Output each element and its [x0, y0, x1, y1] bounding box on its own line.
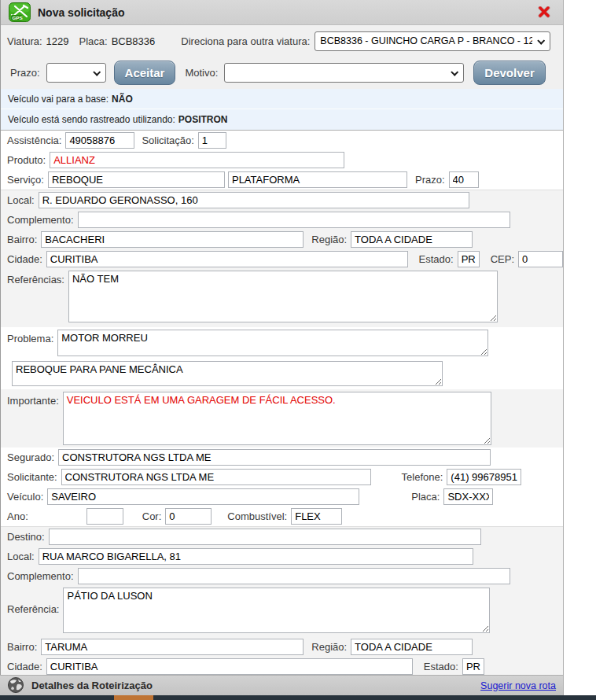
destino-complemento-row: Complemento: — [1, 566, 563, 586]
destino-regiao-field[interactable] — [351, 639, 473, 655]
local-row: Local: — [1, 190, 563, 210]
solicitacao-label: Solicitação: — [142, 134, 193, 146]
motivo-select[interactable] — [224, 63, 464, 83]
close-icon[interactable] — [538, 6, 550, 18]
destino-bairro-label: Bairro: — [7, 641, 37, 653]
servico-tipo-field[interactable] — [228, 171, 407, 188]
destino-bairro-field[interactable] — [41, 639, 304, 655]
cep-label: CEP: — [491, 253, 514, 265]
cor-label: Cor: — [142, 510, 162, 522]
produto-label: Produto: — [7, 154, 46, 166]
prazo-label: Prazo: — [415, 174, 445, 186]
title-bar: GPS Nova solicitação — [1, 0, 563, 25]
destino-estado-field[interactable] — [462, 658, 484, 675]
ano-cor-combustivel-row: Ano: Cor: Combustível: — [1, 507, 563, 526]
ano-label: Ano: — [7, 510, 28, 522]
viatura-label: Viatura: — [7, 35, 42, 47]
solicitacao-field[interactable] — [198, 132, 226, 149]
cidade-field[interactable] — [46, 251, 408, 267]
ano-field[interactable] — [86, 508, 123, 525]
tracking-status-label: Veículo está sendo rastreado utilizando: — [8, 114, 175, 125]
estado-field[interactable] — [458, 251, 480, 267]
devolver-button[interactable]: Devolver — [473, 61, 545, 85]
destination-section: Destino: Local: Complemento: Referência:… — [1, 526, 563, 675]
local-field[interactable] — [39, 192, 469, 208]
destino-referencia-field[interactable] — [63, 588, 490, 633]
destino-cidade-label: Cidade: — [7, 661, 42, 672]
referencias-row: Referências: — [1, 269, 563, 327]
veiculo-label: Veículo: — [7, 491, 43, 503]
estado-label: Estado: — [419, 253, 454, 265]
direciona-label: Direciona para outra viatura: — [181, 35, 310, 47]
complemento-field[interactable] — [78, 212, 510, 228]
segurado-label: Segurado: — [7, 451, 54, 463]
sugerir-nova-rota-link[interactable]: Sugerir nova rota — [480, 680, 556, 691]
destino-local-label: Local: — [7, 551, 35, 562]
regiao-label: Região: — [311, 234, 347, 245]
placa-veiculo-field[interactable] — [443, 488, 493, 505]
prazo-field[interactable] — [449, 171, 479, 188]
direciona-select[interactable]: BCB8336 - GUINCHO CARGA P - BRANCO - 122… — [315, 31, 550, 51]
segurado-field[interactable] — [58, 449, 491, 466]
placa-value: BCB8336 — [112, 35, 156, 47]
chevron-down-icon — [93, 68, 101, 76]
prazo-select[interactable] — [46, 63, 106, 83]
telefone-label: Telefone: — [402, 471, 443, 483]
problema2-row — [1, 359, 563, 389]
motivo-label: Motivo: — [185, 67, 218, 79]
destino-referencia-row: Referência: — [1, 586, 563, 637]
destino-cidade-field[interactable] — [46, 658, 413, 675]
destino-complemento-label: Complemento: — [7, 570, 74, 582]
destino-label: Destino: — [7, 531, 45, 543]
cep-field[interactable] — [518, 251, 563, 267]
importante-field[interactable] — [63, 392, 491, 445]
svg-text:GPS: GPS — [13, 15, 23, 20]
destino-estado-label: Estado: — [424, 661, 458, 672]
destino-local-row: Local: — [1, 547, 563, 566]
servico-field[interactable] — [48, 171, 225, 188]
assistencia-label: Assistência: — [7, 134, 61, 146]
assistencia-field[interactable] — [65, 132, 134, 149]
aceitar-button[interactable]: Aceitar — [114, 61, 176, 85]
request-form: Assistência: Solicitação: Produto: Servi… — [1, 131, 563, 675]
prazo-header-label: Prazo: — [10, 67, 40, 79]
action-row: Prazo: Aceitar Motivo: Devolver — [1, 57, 563, 89]
servico-label: Serviço: — [7, 174, 44, 186]
bairro-field[interactable] — [41, 231, 304, 248]
placa-veiculo-label: Placa: — [411, 491, 440, 503]
bottom-strip-orange-segment — [114, 695, 153, 700]
destino-complemento-field[interactable] — [78, 568, 510, 584]
bairro-label: Bairro: — [7, 234, 37, 245]
cor-field[interactable] — [165, 508, 212, 525]
complemento-label: Complemento: — [7, 214, 74, 226]
gps-app-icon: GPS — [9, 2, 31, 22]
problema-row: Problema: — [1, 327, 563, 359]
tracking-status-bar: Veículo está sendo rastreado utilizando:… — [1, 109, 563, 131]
produto-field[interactable] — [50, 152, 344, 168]
complemento-row: Complemento: — [1, 210, 563, 230]
problema-detalhe-field[interactable] — [12, 361, 443, 386]
dispatch-row: Viatura: 1229 Placa: BCB8336 Direciona p… — [1, 25, 563, 57]
regiao-field[interactable] — [351, 231, 473, 248]
base-status-label: Veículo vai para a base: — [8, 94, 109, 105]
veiculo-field[interactable] — [47, 488, 359, 505]
solicitante-row: Solicitante: Telefone: — [1, 467, 563, 487]
origin-section: Local: Complemento: Bairro: Região: Cida… — [1, 190, 563, 327]
solicitante-field[interactable] — [61, 469, 371, 485]
combustivel-field[interactable] — [291, 508, 342, 525]
servico-row: Serviço: Prazo: — [1, 170, 563, 190]
local-label: Local: — [7, 194, 35, 206]
referencias-field[interactable] — [68, 271, 498, 322]
destino-referencia-label: Referência: — [7, 588, 59, 615]
dialog-title: Nova solicitação — [38, 6, 125, 19]
telefone-field[interactable] — [447, 469, 521, 485]
produto-row: Produto: — [1, 150, 563, 170]
problema-field[interactable] — [57, 330, 488, 356]
chevron-down-icon — [538, 36, 546, 44]
cidade-label: Cidade: — [7, 253, 42, 265]
cidade-row: Cidade: Estado: CEP: — [1, 249, 563, 269]
destino-local-field[interactable] — [39, 548, 473, 565]
importante-label: Importante: — [7, 392, 59, 407]
destino-field[interactable] — [49, 529, 481, 545]
referencias-label: Referências: — [7, 271, 64, 286]
